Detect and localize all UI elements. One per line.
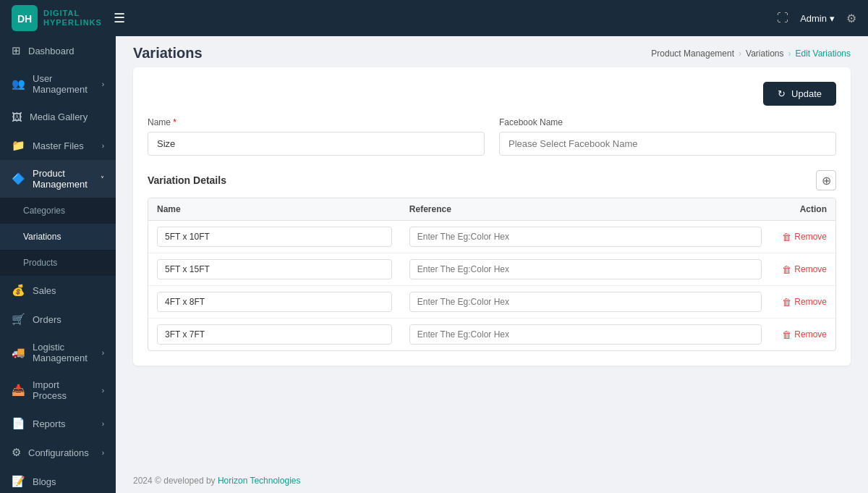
blogs-icon: 📝 (12, 475, 25, 488)
chevron-right-icon-5: › (102, 420, 104, 428)
variation-name-input-2[interactable] (157, 292, 392, 312)
table-row: 🗑 Remove (148, 221, 835, 253)
sidebar-item-user-management[interactable]: 👥 User Management › (0, 65, 116, 103)
sidebar-label-master-files: Master Files (33, 140, 95, 151)
sidebar-item-reports[interactable]: 📄 Reports › (0, 409, 116, 438)
sidebar-label-import: Import Process (33, 379, 95, 401)
variation-ref-input-3[interactable] (409, 324, 762, 345)
sidebar-label-sales: Sales (33, 285, 104, 296)
logo-text: DIGITAL HYPERLINKS (43, 9, 102, 28)
variation-ref-input-0[interactable] (409, 227, 762, 247)
update-button[interactable]: ↻ Update (763, 82, 836, 106)
name-label: Name * (148, 117, 485, 127)
sidebar-item-import-process[interactable]: 📥 Import Process › (0, 371, 116, 409)
breadcrumb-root: Product Management (651, 49, 734, 59)
sidebar-label-logistic: Logistic Management (33, 342, 95, 363)
variation-details-title: Variation Details (148, 174, 226, 186)
variation-ref-cell (401, 259, 770, 279)
variation-action-cell: 🗑 Remove (770, 264, 835, 275)
variation-table-header: Name Reference Action (148, 198, 835, 221)
chevron-down-icon: ˅ (101, 175, 104, 183)
top-header: DH DIGITAL HYPERLINKS ☰ ⛶ Admin ▾ ⚙ (0, 0, 868, 36)
footer-text: 2024 © developed by (133, 476, 216, 486)
sidebar-item-variations[interactable]: Variations (0, 224, 116, 250)
remove-icon-1: 🗑 (782, 264, 791, 275)
sidebar-item-categories[interactable]: Categories (0, 198, 116, 224)
remove-variation-button-0[interactable]: 🗑 Remove (782, 232, 827, 243)
sidebar-label-categories: Categories (23, 206, 104, 216)
table-row: 🗑 Remove (148, 286, 835, 319)
hamburger-icon[interactable]: ☰ (114, 10, 125, 26)
sidebar-item-sales[interactable]: 💰 Sales (0, 276, 116, 305)
remove-icon-0: 🗑 (782, 232, 791, 243)
admin-menu-button[interactable]: Admin ▾ (800, 13, 835, 24)
variation-name-input-1[interactable] (157, 259, 392, 279)
sidebar-item-master-files[interactable]: 📁 Master Files › (0, 131, 116, 160)
breadcrumb-current: Edit Variations (796, 49, 851, 59)
sales-icon: 💰 (12, 284, 25, 297)
footer-link[interactable]: Horizon Technologies (218, 476, 301, 486)
sidebar-label-config: Configurations (28, 447, 95, 458)
remove-variation-button-2[interactable]: 🗑 Remove (782, 297, 827, 308)
chevron-right-icon: › (102, 80, 104, 88)
sidebar-label-media-gallery: Media Gallery (30, 111, 104, 122)
remove-variation-button-1[interactable]: 🗑 Remove (782, 264, 827, 275)
reports-icon: 📄 (12, 417, 25, 430)
sidebar-label-reports: Reports (33, 418, 95, 429)
page-header: Variations Product Management › Variatio… (116, 36, 868, 67)
variation-action-cell: 🗑 Remove (770, 297, 835, 308)
sidebar-item-dashboard[interactable]: ⊞ Dashboard (0, 36, 116, 65)
logistic-icon: 🚚 (12, 346, 25, 359)
page-title: Variations (133, 45, 203, 62)
variation-name-cell (148, 259, 401, 279)
header-left: DH DIGITAL HYPERLINKS ☰ (12, 5, 125, 31)
required-indicator: * (173, 117, 176, 127)
layout: ⊞ Dashboard 👥 User Management › 🖼 Media … (0, 36, 868, 493)
col-header-action: Action (770, 204, 835, 214)
settings-icon[interactable]: ⚙ (846, 12, 856, 25)
breadcrumb: Product Management › Variations › Edit V… (651, 49, 851, 59)
chevron-right-icon-2: › (102, 142, 104, 150)
form-row: Name * Facebook Name (148, 117, 836, 156)
footer: 2024 © developed by Horizon Technologies (116, 468, 868, 493)
sidebar-item-orders[interactable]: 🛒 Orders (0, 305, 116, 334)
variation-ref-cell (401, 227, 770, 247)
variation-name-cell (148, 292, 401, 312)
table-row: 🗑 Remove (148, 319, 835, 350)
variation-ref-input-1[interactable] (409, 259, 762, 279)
facebook-name-field-group: Facebook Name (499, 117, 836, 156)
sidebar-item-media-gallery[interactable]: 🖼 Media Gallery (0, 103, 116, 131)
sidebar-item-logistic-management[interactable]: 🚚 Logistic Management › (0, 334, 116, 371)
update-btn-row: ↻ Update (148, 82, 836, 106)
sidebar-item-product-management[interactable]: 🔷 Product Management ˅ (0, 160, 116, 198)
col-header-name: Name (148, 204, 401, 214)
col-header-reference: Reference (401, 204, 770, 214)
variation-table-body: 🗑 Remove 🗑 Remove 🗑 Remove (148, 221, 835, 350)
logo-sub: HYPERLINKS (43, 18, 102, 28)
import-icon: 📥 (12, 384, 25, 397)
name-field-group: Name * (148, 117, 485, 156)
name-input[interactable] (148, 132, 485, 156)
facebook-name-label: Facebook Name (499, 117, 836, 127)
variation-details-section: Variation Details ⊕ Name Reference Actio… (148, 170, 836, 351)
sidebar-item-blogs[interactable]: 📝 Blogs (0, 467, 116, 493)
variation-details-header: Variation Details ⊕ (148, 170, 836, 190)
dashboard-icon: ⊞ (12, 44, 21, 57)
sidebar-item-products[interactable]: Products (0, 250, 116, 276)
breadcrumb-sep-1: › (739, 49, 741, 59)
sidebar-item-configurations[interactable]: ⚙ Configurations › (0, 438, 116, 467)
media-gallery-icon: 🖼 (12, 111, 22, 123)
variation-ref-input-2[interactable] (409, 292, 762, 312)
variation-action-cell: 🗑 Remove (770, 329, 835, 340)
facebook-name-input[interactable] (499, 132, 836, 156)
user-management-icon: 👥 (12, 77, 25, 90)
remove-variation-button-3[interactable]: 🗑 Remove (782, 329, 827, 340)
logo-brand: DIGITAL (43, 9, 102, 18)
remove-icon-3: 🗑 (782, 329, 791, 340)
variation-name-input-3[interactable] (157, 324, 392, 345)
update-icon: ↻ (778, 88, 786, 99)
remove-icon-2: 🗑 (782, 297, 791, 308)
add-variation-button[interactable]: ⊕ (816, 170, 836, 190)
variation-name-input-0[interactable] (157, 227, 392, 247)
expand-icon[interactable]: ⛶ (777, 12, 788, 25)
